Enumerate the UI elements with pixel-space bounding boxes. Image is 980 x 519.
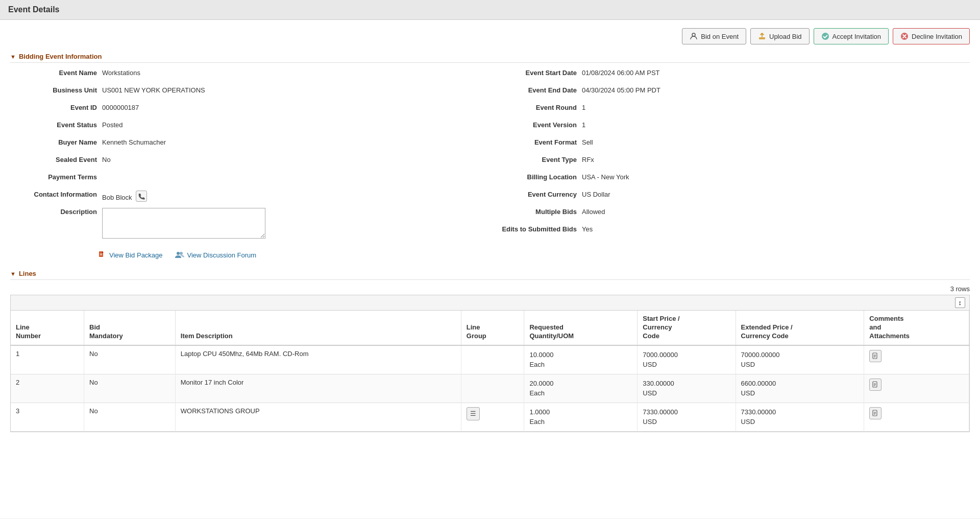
cell-comments bbox=[864, 403, 969, 431]
event-round-value: 1 bbox=[582, 103, 960, 111]
event-type-value: RFx bbox=[582, 155, 960, 163]
sealed-event-row: Sealed Event No bbox=[20, 155, 480, 168]
decline-invitation-button[interactable]: Decline Invitation bbox=[893, 28, 970, 44]
multiple-bids-row: Multiple Bids Allowed bbox=[500, 207, 960, 220]
cell-item-description: Laptop CPU 450Mhz, 64Mb RAM. CD-Rom bbox=[175, 345, 461, 374]
buyer-name-row: Buyer Name Kenneth Schumacher bbox=[20, 137, 480, 151]
cell-line-number: 1 bbox=[11, 345, 84, 374]
bid-on-event-button[interactable]: Bid on Event bbox=[682, 28, 746, 44]
cell-comments bbox=[864, 345, 969, 374]
event-type-row: Event Type RFx bbox=[500, 155, 960, 168]
cell-quantity-uom: 10.0000Each bbox=[524, 345, 638, 374]
event-round-row: Event Round 1 bbox=[500, 103, 960, 116]
upload-bid-button[interactable]: Upload Bid bbox=[750, 28, 810, 44]
cell-comments bbox=[864, 374, 969, 403]
form-right-col: Event Start Date 01/08/2024 06:00 AM PST… bbox=[490, 68, 970, 244]
table-toolbar: ↕ bbox=[11, 295, 969, 311]
event-id-row: Event ID 0000000187 bbox=[20, 103, 480, 116]
lines-section: ▼ Lines 3 rows ↕ LineNumber BidMandatory… bbox=[10, 270, 970, 432]
event-currency-value: US Dollar bbox=[582, 190, 960, 198]
cell-start-price: 7000.00000USD bbox=[638, 345, 736, 374]
accept-icon bbox=[821, 32, 829, 40]
table-header-row: LineNumber BidMandatory Item Description… bbox=[11, 311, 969, 345]
col-bid-mandatory: BidMandatory bbox=[84, 311, 176, 345]
document-icon bbox=[872, 410, 879, 417]
document-icon bbox=[97, 250, 106, 260]
event-format-value: Sell bbox=[582, 137, 960, 146]
lines-table: LineNumber BidMandatory Item Description… bbox=[11, 311, 969, 432]
event-version-value: 1 bbox=[582, 120, 960, 129]
description-row: Description bbox=[20, 207, 480, 240]
accept-invitation-button[interactable]: Accept Invitation bbox=[814, 28, 889, 44]
col-line-number: LineNumber bbox=[11, 311, 84, 345]
svg-point-7 bbox=[177, 252, 180, 255]
view-discussion-forum-link[interactable]: View Discussion Forum bbox=[175, 250, 257, 260]
attachment-button[interactable] bbox=[869, 379, 881, 391]
cell-extended-price: 6600.00000USD bbox=[736, 374, 864, 403]
action-bar: Bid on Event Upload Bid Accept Invitatio… bbox=[10, 28, 970, 44]
business-unit-row: Business Unit US001 NEW YORK OPERATIONS bbox=[20, 85, 480, 99]
billing-location-row: Billing Location USA - New York bbox=[500, 172, 960, 185]
col-item-description: Item Description bbox=[175, 311, 461, 345]
rows-count: 3 rows bbox=[10, 285, 970, 293]
svg-rect-1 bbox=[759, 37, 765, 39]
event-name-row: Event Name Workstations bbox=[20, 68, 480, 81]
cell-line-number: 3 bbox=[11, 403, 84, 431]
attachment-button[interactable] bbox=[869, 407, 881, 419]
links-row: View Bid Package View Discussion Forum bbox=[97, 250, 970, 260]
cell-quantity-uom: 20.0000Each bbox=[524, 374, 638, 403]
svg-point-8 bbox=[180, 252, 183, 255]
lines-collapse-toggle[interactable]: ▼ bbox=[10, 271, 16, 277]
bid-icon bbox=[690, 32, 698, 40]
sort-button[interactable]: ↕ bbox=[955, 297, 966, 308]
event-status-value: Posted bbox=[102, 120, 480, 129]
multiple-bids-value: Allowed bbox=[582, 207, 960, 216]
table-row: 2 No Monitor 17 inch Color 20.0000Each 3… bbox=[11, 374, 969, 403]
business-unit-value: US001 NEW YORK OPERATIONS bbox=[102, 85, 480, 94]
event-format-row: Event Format Sell bbox=[500, 137, 960, 151]
payment-terms-value bbox=[102, 172, 480, 173]
attachment-button[interactable] bbox=[869, 350, 881, 362]
payment-terms-row: Payment Terms bbox=[20, 172, 480, 185]
cell-extended-price: 7330.00000USD bbox=[736, 403, 864, 431]
contact-info-row: Contact Information Bob Block bbox=[20, 190, 480, 203]
contact-phone-button[interactable] bbox=[136, 191, 147, 202]
cell-start-price: 7330.00000USD bbox=[638, 403, 736, 431]
svg-point-0 bbox=[692, 33, 695, 36]
line-group-button[interactable]: ☰ bbox=[467, 407, 480, 420]
upload-icon bbox=[758, 32, 766, 40]
col-line-group: LineGroup bbox=[461, 311, 524, 345]
event-currency-row: Event Currency US Dollar bbox=[500, 190, 960, 203]
view-bid-package-link[interactable]: View Bid Package bbox=[97, 250, 163, 260]
event-end-date-row: Event End Date 04/30/2024 05:00 PM PDT bbox=[500, 85, 960, 99]
col-quantity-uom: RequestedQuantity/UOM bbox=[524, 311, 638, 345]
cell-item-description: WORKSTATIONS GROUP bbox=[175, 403, 461, 431]
edits-submitted-bids-row: Edits to Submitted Bids Yes bbox=[500, 224, 960, 238]
cell-start-price: 330.00000USD bbox=[638, 374, 736, 403]
billing-location-value: USA - New York bbox=[582, 172, 960, 181]
table-row: 1 No Laptop CPU 450Mhz, 64Mb RAM. CD-Rom… bbox=[11, 345, 969, 374]
event-version-row: Event Version 1 bbox=[500, 120, 960, 133]
description-textarea[interactable] bbox=[102, 208, 265, 239]
event-start-date-row: Event Start Date 01/08/2024 06:00 AM PST bbox=[500, 68, 960, 81]
cell-extended-price: 70000.00000USD bbox=[736, 345, 864, 374]
event-name-value: Workstations bbox=[102, 68, 480, 77]
collapse-toggle[interactable]: ▼ bbox=[10, 54, 16, 60]
event-status-row: Event Status Posted bbox=[20, 120, 480, 133]
cell-line-number: 2 bbox=[11, 374, 84, 403]
contact-info-value: Bob Block bbox=[102, 190, 480, 202]
document-icon bbox=[872, 352, 879, 360]
cell-line-group bbox=[461, 345, 524, 374]
form-left-col: Event Name Workstations Business Unit US… bbox=[10, 68, 490, 244]
svg-point-2 bbox=[822, 33, 829, 40]
document-icon bbox=[872, 381, 879, 388]
page-title: Event Details bbox=[8, 5, 972, 14]
cell-item-description: Monitor 17 inch Color bbox=[175, 374, 461, 403]
sealed-event-value: No bbox=[102, 155, 480, 163]
table-row: 3 No WORKSTATIONS GROUP ☰ 1.0000Each 733… bbox=[11, 403, 969, 431]
cell-bid-mandatory: No bbox=[84, 403, 176, 431]
event-end-date-value: 04/30/2024 05:00 PM PDT bbox=[582, 85, 960, 94]
col-extended-price: Extended Price /Currency Code bbox=[736, 311, 864, 345]
cell-bid-mandatory: No bbox=[84, 374, 176, 403]
cell-line-group: ☰ bbox=[461, 403, 524, 431]
